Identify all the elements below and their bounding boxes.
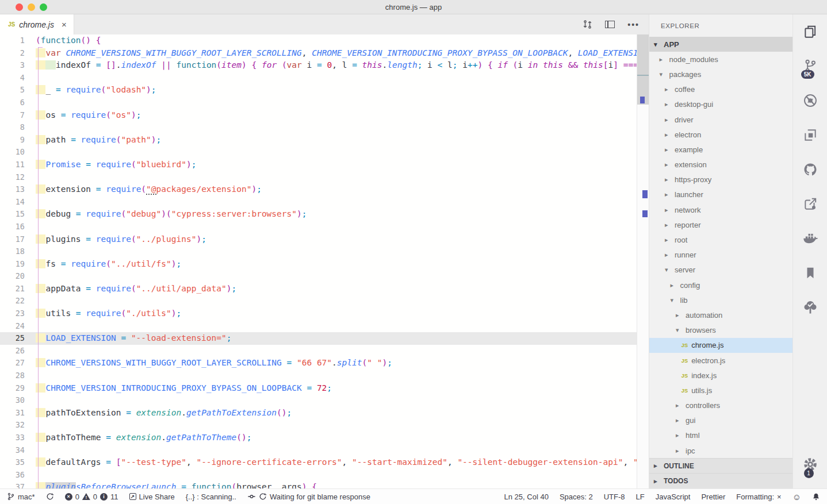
code-line-1[interactable]: 1(function() { <box>0 34 649 47</box>
folder-item-desktop-gui[interactable]: ▸desktop-gui <box>649 97 792 112</box>
chevron-down-icon[interactable]: ▾ <box>676 326 683 334</box>
line-number[interactable]: 15 <box>0 208 36 221</box>
chevron-down-icon[interactable]: ▾ <box>660 71 667 78</box>
chevron-right-icon[interactable]: ▸ <box>676 417 683 424</box>
line-number[interactable]: 24 <box>0 320 36 333</box>
code-line-7[interactable]: 7 os = require("os"); <box>0 109 649 122</box>
explorer-icon[interactable] <box>803 14 818 49</box>
code-line-12[interactable]: 12 <box>0 171 649 184</box>
extensions-icon[interactable] <box>803 118 818 152</box>
folder-item-coffee[interactable]: ▸coffee <box>649 82 792 97</box>
line-number[interactable]: 17 <box>0 233 36 246</box>
code-line-22[interactable]: 22 <box>0 295 649 307</box>
code-line-16[interactable]: 16 <box>0 221 649 233</box>
code-line-33[interactable]: 33 pathToTheme = extension.getPathToThem… <box>0 432 649 444</box>
code-line-11[interactable]: 11 Promise = require("bluebird"); <box>0 159 649 171</box>
share-icon[interactable] <box>803 187 818 221</box>
status-eol[interactable]: LF <box>636 493 645 501</box>
folder-item-browsers[interactable]: ▾browsers <box>649 323 792 338</box>
chevron-right-icon[interactable]: ▸ <box>676 447 683 455</box>
chevron-down-icon[interactable]: ▾ <box>665 266 672 274</box>
status-git-branch-status[interactable]: mac* <box>7 492 35 501</box>
folder-item-automation[interactable]: ▸automation <box>649 307 792 322</box>
code-line-21[interactable]: 21 appData = require("../util/app_data")… <box>0 283 649 295</box>
chevron-right-icon[interactable]: ▸ <box>665 101 672 108</box>
code-line-10[interactable]: 10 <box>0 146 649 159</box>
line-number[interactable]: 6 <box>0 97 36 109</box>
folder-item-https-proxy[interactable]: ▸https-proxy <box>649 172 792 187</box>
close-window-button[interactable] <box>16 3 23 11</box>
chevron-right-icon[interactable]: ▸ <box>676 432 683 439</box>
editor[interactable]: 1(function() {2 var CHROME_VERSIONS_WITH… <box>0 34 649 488</box>
folder-item-reporter[interactable]: ▸reporter <box>649 217 792 232</box>
bookmarks-icon[interactable] <box>804 256 817 290</box>
folder-item-ipc[interactable]: ▸ipc <box>649 443 792 458</box>
code-line-20[interactable]: 20 <box>0 270 649 283</box>
code-line-23[interactable]: 23 utils = require("./utils"); <box>0 307 649 320</box>
minimize-window-button[interactable] <box>28 3 35 11</box>
line-number[interactable]: 20 <box>0 270 36 283</box>
folder-item-gui[interactable]: ▸gui <box>649 413 792 428</box>
line-number[interactable]: 29 <box>0 382 36 395</box>
line-number[interactable]: 32 <box>0 419 36 432</box>
code-line-35[interactable]: 35 defaultArgs = ["--test-type", "--igno… <box>0 456 649 469</box>
code-line-28[interactable]: 28 <box>0 370 649 382</box>
folder-item-lib[interactable]: ▾lib <box>649 293 792 307</box>
line-number[interactable]: 31 <box>0 407 36 420</box>
code-line-31[interactable]: 31 pathToExtension = extension.getPathTo… <box>0 407 649 420</box>
code-line-37[interactable]: 37 pluginsBeforeBrowserLaunch = function… <box>0 481 649 488</box>
code-line-8[interactable]: 8 <box>0 121 649 134</box>
chevron-right-icon[interactable]: ▸ <box>665 221 672 229</box>
line-number[interactable]: 16 <box>0 221 36 233</box>
status-encoding[interactable]: UTF-8 <box>604 493 625 501</box>
code-line-13[interactable]: 13 extension = require("@packages/extens… <box>0 183 649 196</box>
chevron-down-icon[interactable]: ▾ <box>654 41 661 48</box>
source-control-icon[interactable]: 5K <box>803 49 818 83</box>
folder-item-extension[interactable]: ▸extension <box>649 157 792 172</box>
chevron-right-icon[interactable]: ▸ <box>665 251 672 259</box>
section-header-todos[interactable]: ▸TODOS <box>649 473 792 488</box>
line-number[interactable]: 10 <box>0 146 36 159</box>
chevron-right-icon[interactable]: ▸ <box>676 311 683 319</box>
chevron-right-icon[interactable]: ▸ <box>665 146 672 153</box>
chevron-right-icon[interactable]: ▸ <box>665 116 672 124</box>
line-number[interactable]: 8 <box>0 121 36 134</box>
status-feedback-smiley[interactable]: ☺ <box>792 492 801 502</box>
status-live-share[interactable]: ↗Live Share <box>129 493 175 501</box>
status-problems[interactable]: ×0!0i11 <box>65 493 118 501</box>
status-cursor-position[interactable]: Ln 25, Col 40 <box>504 493 549 501</box>
zoom-window-button[interactable] <box>40 3 47 11</box>
chevron-right-icon[interactable]: ▸ <box>665 236 672 244</box>
line-number[interactable]: 4 <box>0 72 36 84</box>
line-number[interactable]: 9 <box>0 134 36 147</box>
status-git-blame[interactable]: Waiting for git blame response <box>247 493 370 501</box>
tab-chrome-js[interactable]: JS chrome.js × <box>0 14 74 34</box>
file-item-utils.js[interactable]: JSutils.js <box>649 383 792 398</box>
line-number[interactable]: 3 <box>0 59 36 72</box>
line-number[interactable]: 22 <box>0 295 36 307</box>
code-line-32[interactable]: 32 <box>0 419 649 432</box>
chevron-right-icon[interactable]: ▸ <box>665 191 672 198</box>
line-number[interactable]: 34 <box>0 444 36 457</box>
code-line-26[interactable]: 26 <box>0 345 649 357</box>
chevron-right-icon[interactable]: ▸ <box>665 131 672 138</box>
folder-item-controllers[interactable]: ▸controllers <box>649 398 792 413</box>
status-indentation[interactable]: Spaces: 2 <box>560 493 593 501</box>
section-header-outline[interactable]: ▸OUTLINE <box>649 458 792 473</box>
code-line-29[interactable]: 29 CHROME_VERSION_INTRODUCING_PROXY_BYPA… <box>0 382 649 395</box>
status-formatter[interactable]: Prettier <box>701 493 725 501</box>
code-line-9[interactable]: 9 path = require("path"); <box>0 134 649 147</box>
folder-item-launcher[interactable]: ▸launcher <box>649 187 792 202</box>
folder-item-example[interactable]: ▸example <box>649 142 792 157</box>
line-number[interactable]: 14 <box>0 196 36 209</box>
line-number[interactable]: 25 <box>0 332 36 345</box>
folder-item-root[interactable]: ▸root <box>649 232 792 247</box>
chevron-right-icon[interactable]: ▸ <box>665 86 672 93</box>
line-number[interactable]: 19 <box>0 258 36 271</box>
scrollbar[interactable] <box>637 34 649 488</box>
line-number[interactable]: 12 <box>0 171 36 184</box>
folder-item-node_modules[interactable]: ▸node_modules <box>649 52 792 67</box>
code-line-27[interactable]: 27 CHROME_VERSIONS_WITH_BUGGY_ROOT_LAYER… <box>0 357 649 370</box>
line-number[interactable]: 30 <box>0 394 36 407</box>
docker-icon[interactable] <box>802 221 818 256</box>
